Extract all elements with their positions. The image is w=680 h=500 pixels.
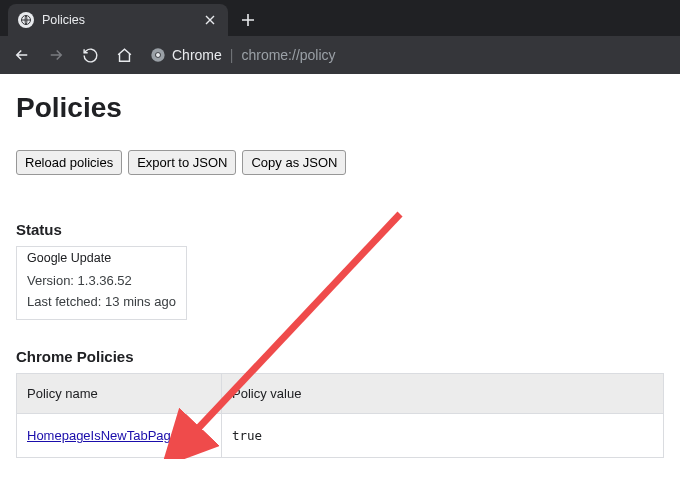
reload-policies-button[interactable]: Reload policies	[16, 150, 122, 175]
page-title: Policies	[16, 92, 664, 124]
globe-icon	[18, 12, 34, 28]
policies-table: Policy name Policy value HomepageIsNewTa…	[16, 373, 664, 458]
new-tab-button[interactable]	[234, 6, 262, 34]
back-button[interactable]	[8, 41, 36, 69]
reload-button[interactable]	[76, 41, 104, 69]
policy-value-text: true	[232, 428, 262, 443]
tab-title: Policies	[42, 13, 194, 27]
external-link-icon	[180, 430, 192, 442]
tab-strip: Policies	[0, 0, 680, 36]
omnibox-chip-label: Chrome	[172, 47, 222, 63]
col-policy-name: Policy name	[17, 374, 222, 414]
policy-name-text: HomepageIsNewTabPage	[27, 428, 178, 443]
chrome-chip: Chrome	[150, 47, 222, 63]
active-tab[interactable]: Policies	[8, 4, 228, 36]
toolbar: Chrome | chrome://policy	[0, 36, 680, 74]
page-content: Policies Reload policies Export to JSON …	[0, 74, 680, 458]
status-fetched: Last fetched: 13 mins ago	[27, 294, 176, 309]
status-heading: Status	[16, 221, 664, 238]
status-version: Version: 1.3.36.52	[27, 273, 176, 288]
status-box: Google Update Version: 1.3.36.52 Last fe…	[16, 246, 187, 320]
browser-chrome: Policies Chrome | chrome://policy	[0, 0, 680, 74]
policies-heading: Chrome Policies	[16, 348, 664, 365]
omnibox-url: chrome://policy	[241, 47, 335, 63]
address-bar[interactable]: Chrome | chrome://policy	[144, 41, 672, 69]
home-button[interactable]	[110, 41, 138, 69]
status-legend: Google Update	[27, 251, 176, 265]
omnibox-divider: |	[230, 47, 234, 63]
forward-button[interactable]	[42, 41, 70, 69]
action-buttons: Reload policies Export to JSON Copy as J…	[16, 150, 664, 175]
table-row: HomepageIsNewTabPage true	[17, 414, 664, 458]
export-json-button[interactable]: Export to JSON	[128, 150, 236, 175]
close-icon[interactable]	[202, 12, 218, 28]
col-policy-value: Policy value	[222, 374, 664, 414]
copy-json-button[interactable]: Copy as JSON	[242, 150, 346, 175]
chrome-icon	[150, 47, 166, 63]
svg-point-3	[156, 53, 160, 57]
policy-link[interactable]: HomepageIsNewTabPage	[27, 428, 192, 443]
